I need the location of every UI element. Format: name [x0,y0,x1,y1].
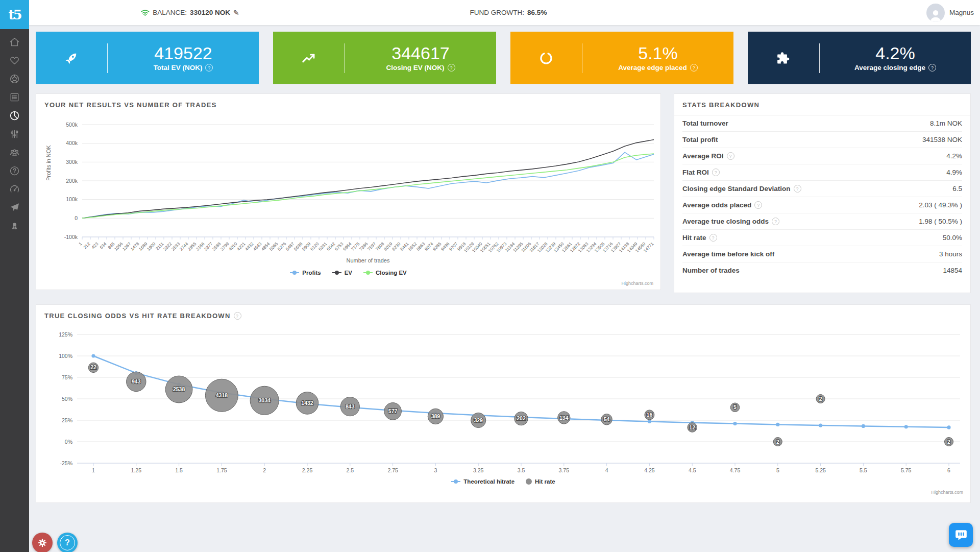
stat-cards: 419522 Total EV (NOK)? 344617 Closing EV… [36,32,971,84]
info-icon[interactable]: ? [754,201,762,209]
x-tick-label: 6753 [334,241,345,252]
stat-label: Hit rate? [682,234,717,242]
x-tick-label: 7808 [375,241,385,252]
puzzle-icon [748,32,819,84]
info-icon[interactable]: ? [772,218,779,225]
rocket-icon [36,32,107,84]
app-logo[interactable]: t5 [0,0,29,29]
info-icon[interactable]: ? [205,64,213,71]
info-icon[interactable]: ? [709,234,717,242]
theoretical-hitrate-point[interactable] [91,354,95,357]
sidebar-item-home[interactable] [0,33,29,51]
x-tick-label: 4.75 [730,467,741,473]
bubble-label: 2 [947,439,950,445]
person-icon [928,8,943,22]
x-tick-label: 1.5 [175,467,183,473]
chat-button[interactable] [949,523,973,547]
legend-item-closing-ev[interactable]: Closing EV [363,270,407,276]
legend-marker [290,272,299,273]
legend-item-theoretical-hitrate[interactable]: Theoretical hitrate [451,478,514,485]
gear-icon [37,537,48,548]
sidebar-item-filters[interactable] [0,125,29,143]
highcharts-credit[interactable]: Highcharts.com [931,490,963,495]
info-icon[interactable]: ? [928,64,936,71]
x-tick-label: 8019 [383,241,394,252]
sidebar-item-help[interactable] [0,161,29,180]
legend-item-profits[interactable]: Profits [290,270,321,276]
theoretical-hitrate-point[interactable] [733,422,737,425]
bubble-label: 12 [689,424,695,430]
y-axis-label: 300k [66,159,78,165]
theoretical-hitrate-point[interactable] [776,423,779,426]
stat-value: 1.98 ( 50.5% ) [919,218,962,225]
home-icon [9,36,20,48]
stat-label: Closing edge Standard Deviation? [682,185,801,193]
legend-item-hit-rate[interactable]: Hit rate [526,478,555,485]
sidebar-item-sports[interactable] [0,69,29,88]
help-button[interactable]: ? [57,533,78,552]
balance-label: BALANCE: [153,9,187,16]
balance: BALANCE: 330120 NOK ✎ [140,0,239,25]
info-icon[interactable]: ? [727,152,734,160]
x-tick-label: 6331 [317,241,328,252]
theoretical-hitrate-point[interactable] [947,425,950,429]
card-label: Total EV (NOK) [154,64,203,71]
legend-item-ev[interactable]: EV [332,270,352,276]
stat-label: Flat ROI? [682,169,720,176]
sidebar-item-send[interactable] [0,198,29,217]
odds-hit-rate-chart: 125%100%75%50%25%0%-25%11.251.51.7522.25… [36,305,971,503]
sidebar-item-favorites[interactable] [0,51,29,69]
x-tick-label: 3377 [203,241,214,252]
theoretical-hitrate-point[interactable] [904,425,908,428]
x-tick-label: 5698 [293,241,304,252]
info-icon[interactable]: ? [690,64,698,71]
legend-marker [332,272,341,273]
card-value: 419522 [154,44,212,63]
sidebar-item-community[interactable] [0,143,29,161]
legend-marker [526,478,532,485]
info-icon[interactable]: ? [448,64,455,71]
bubble-label: 577 [388,408,398,414]
x-tick-label: 2 [263,467,266,473]
stat-label: Average true closing odds? [682,218,779,225]
x-tick-label: 5.75 [901,467,912,473]
x-tick-label: 7175 [350,241,361,252]
stat-value: 8.1m NOK [930,119,962,127]
x-tick-label: 9285 [432,241,443,252]
x-tick-label: 212 [82,241,91,250]
y-axis-label: 400k [66,140,78,146]
info-icon[interactable]: ? [794,185,801,193]
medal-icon [9,220,20,232]
app-root: t5 [0,0,980,552]
sidebar-item-trade-list[interactable] [0,88,29,106]
x-tick-label: 1.25 [131,467,142,473]
bubble-label: 3034 [259,397,271,403]
bubble-label: 329 [474,417,483,423]
sidebar-item-achievements[interactable] [0,217,29,235]
info-icon[interactable]: ? [712,169,720,176]
stat-row: Number of trades14854 [682,262,962,278]
x-tick-label: 2744 [179,241,189,252]
question-icon: ? [60,535,75,550]
user-menu[interactable]: Magnus [926,0,974,25]
fund-growth-value: 86.5% [527,9,547,16]
x-tick-label: 9074 [424,241,434,252]
sidebar-item-performance[interactable] [0,180,29,198]
highcharts-credit[interactable]: Highcharts.com [621,281,653,286]
username: Magnus [949,9,974,16]
stat-row: Total profit341538 NOK [682,132,962,148]
stat-row: Average time before kick off3 hours [682,246,962,262]
bubble-label: 22 [90,364,96,370]
sidebar-item-analytics[interactable] [0,106,29,125]
legend-marker [451,481,460,482]
ev-line[interactable] [82,140,654,219]
theoretical-hitrate-point[interactable] [862,424,865,428]
settings-button[interactable] [32,533,53,552]
theoretical-hitrate-point[interactable] [648,420,651,423]
theoretical-hitrate-point[interactable] [819,423,822,427]
x-tick-label: 4854 [260,241,271,252]
x-tick-label: 5.5 [860,467,867,473]
stat-row: Total turnover8.1m NOK [682,115,962,132]
edit-balance-icon[interactable]: ✎ [233,9,239,16]
y-axis-label: 100% [59,353,72,359]
